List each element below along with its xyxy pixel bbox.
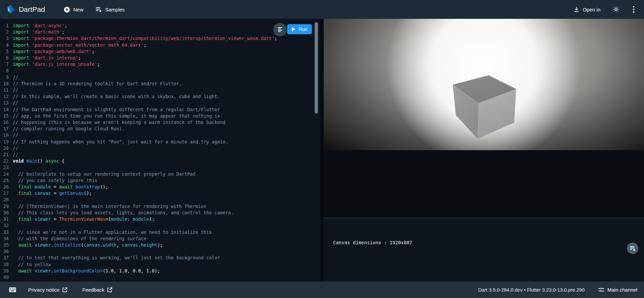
console-panel: Canvas dimensions : 644x298 [324, 218, 644, 282]
keyboard-icon [9, 287, 16, 292]
code-text: import 'package:web/web.dart'; [13, 48, 95, 55]
canvas-output[interactable] [324, 19, 644, 150]
open-in-new-icon [62, 287, 67, 292]
code-line[interactable]: 9// [0, 74, 316, 81]
line-number: 32 [0, 222, 13, 229]
feedback-link[interactable]: Feedback [82, 287, 112, 293]
code-line[interactable]: 38 // to yellow [0, 261, 316, 268]
open-in-new-icon [107, 287, 112, 292]
line-number: 33 [0, 229, 13, 236]
cube-render [324, 19, 644, 150]
new-button[interactable]: New [64, 6, 83, 13]
code-text: // [ThermionViewer] is the main interfac… [13, 203, 206, 210]
app-title: DartPad [19, 5, 45, 13]
code-line[interactable]: 5import 'package:web/web.dart'; [0, 48, 316, 55]
line-number: 9 [0, 74, 13, 81]
clear-console-icon [630, 246, 635, 251]
code-line[interactable]: 11// [0, 87, 316, 93]
code-line[interactable]: 10// Thermion is a 3D rendering toolkit … [0, 81, 316, 87]
code-line[interactable]: 8 [0, 68, 316, 74]
keyboard-shortcuts-button[interactable] [9, 287, 16, 292]
samples-button[interactable]: Samples [95, 6, 124, 12]
code-line[interactable]: 20// [0, 145, 316, 152]
line-number: 23 [0, 164, 13, 171]
line-number: 4 [0, 42, 13, 48]
line-number: 2 [0, 29, 13, 35]
code-line[interactable]: 2import 'dart:math'; [0, 29, 316, 35]
line-number: 21 [0, 152, 13, 158]
line-number: 16 [0, 119, 13, 126]
code-text: import 'dart:js_interop'; [13, 55, 81, 61]
code-text: import 'dart:js_interop_unsafe'; [13, 61, 100, 68]
code-line[interactable]: 27 final canvas = getCanvas(); [0, 190, 316, 197]
privacy-notice-link[interactable]: Privacy notice [28, 287, 67, 293]
code-editor-panel[interactable]: 1import 'dart:async';2import 'dart:math'… [0, 19, 320, 282]
editor-scrollbar[interactable] [315, 22, 318, 114]
code-line[interactable]: 3import 'package:thermion_dart/thermion_… [0, 35, 316, 42]
code-line[interactable]: 19// If nothing happens when you hit "Ru… [0, 139, 316, 145]
line-number: 11 [0, 87, 13, 93]
samples-button-label: Samples [105, 7, 124, 12]
code-line[interactable]: 26 final module = await bootstrap(); [0, 184, 316, 190]
brightness-icon [612, 6, 620, 13]
line-number: 24 [0, 171, 13, 177]
code-line[interactable]: 34 // with the dimensions of the renderi… [0, 236, 316, 242]
run-button[interactable]: Run [287, 24, 312, 34]
plus-circle-icon [64, 6, 70, 13]
code-line[interactable]: 36 [0, 248, 316, 255]
code-line[interactable]: 21// [0, 152, 316, 158]
download-icon [574, 6, 580, 12]
canvas-backdrop [324, 150, 644, 218]
line-number: 13 [0, 100, 13, 106]
code-line[interactable]: 39 await viewer.setBackgroundColor(1.0, … [0, 268, 316, 274]
code-line[interactable]: 6import 'dart:js_interop'; [0, 55, 316, 61]
code-line[interactable]: 12// In this sample, we'll create a basi… [0, 93, 316, 100]
code-line[interactable]: 35 await viewer.initialize(canvas.width,… [0, 242, 316, 248]
code-line[interactable]: 23 [0, 164, 316, 171]
console-output-line: Canvas dimensions : 644x298 [333, 240, 412, 245]
code-text: import 'dart:async'; [13, 23, 67, 29]
channel-label: Main channel [607, 287, 637, 293]
code-text: // The DartPad environment is slightly d… [13, 107, 220, 113]
code-line[interactable]: 1import 'dart:async'; [0, 23, 316, 29]
code-line[interactable]: 40 [0, 274, 316, 281]
code-text: // In this sample, we'll create a basic … [13, 93, 220, 100]
code-text: // [13, 145, 18, 152]
code-line[interactable]: 16// happening (this is because we aren'… [0, 119, 316, 126]
line-number: 36 [0, 248, 13, 255]
code-line[interactable]: 18// [0, 132, 316, 138]
line-number: 8 [0, 68, 13, 74]
code-line[interactable]: 37 // to test that everything is working… [0, 255, 316, 261]
line-number: 27 [0, 190, 13, 197]
code-line[interactable]: 7import 'dart:js_interop_unsafe'; [0, 61, 316, 68]
feedback-label: Feedback [82, 287, 104, 293]
line-number: 26 [0, 184, 13, 190]
code-line[interactable]: 4import 'package:vector_math/vector_math… [0, 42, 316, 48]
code-line[interactable]: 29 // [ThermionViewer] is the main inter… [0, 203, 316, 210]
code-line[interactable]: 31 final viewer = ThermionViewerWasm(mod… [0, 216, 316, 222]
code-line[interactable]: 24 // boilerplate to setup our rendering… [0, 171, 316, 177]
code-line[interactable]: 25 // you can safely ignore this [0, 177, 316, 184]
code-line[interactable]: 32 [0, 222, 316, 229]
code-line[interactable]: 17// compiler running on Google Cloud Ru… [0, 126, 316, 132]
code-line[interactable]: 33 // since we're not in a Flutter appli… [0, 229, 316, 236]
code-line[interactable]: 15// app, so the first time you run this… [0, 113, 316, 119]
theme-toggle-button[interactable] [612, 5, 621, 14]
code-line[interactable]: 14// The DartPad environment is slightly… [0, 107, 316, 113]
format-button[interactable] [273, 23, 287, 36]
code-text: // boilerplate to setup our rendering co… [13, 171, 196, 177]
open-in-button[interactable]: Open in [574, 6, 600, 12]
code-line[interactable]: 30 // This class lets you load assets, l… [0, 210, 316, 216]
channel-selector-button[interactable]: Main channel [598, 287, 637, 293]
version-info: Dart 3.5.0-284.0.dev • Flutter 3.23.0-13… [478, 287, 585, 293]
overflow-menu-button[interactable] [629, 5, 638, 14]
code-text: // [13, 74, 18, 81]
code-line[interactable]: 28 [0, 197, 316, 203]
code-text: void main() async { [13, 158, 64, 164]
code-line[interactable]: 22void main() async { [0, 158, 316, 164]
new-button-label: New [73, 7, 83, 12]
code-text: // app, so the first time you run this s… [13, 113, 220, 119]
code-line[interactable]: 13// [0, 100, 316, 106]
clear-console-button[interactable] [627, 243, 638, 254]
code-text: // [13, 132, 18, 138]
